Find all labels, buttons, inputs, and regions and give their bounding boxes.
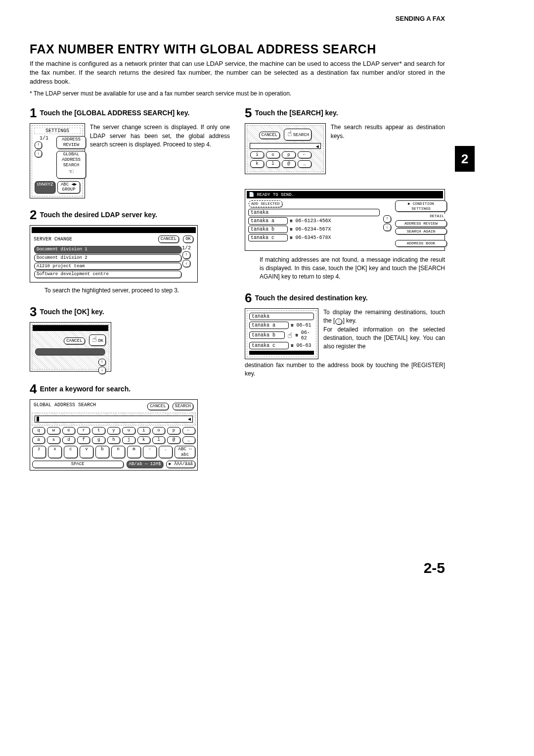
key-backspace[interactable]: ← [298,151,312,159]
key-o[interactable]: o [266,151,280,159]
key-underscore[interactable]: _ [182,436,195,444]
server-change-label: SERVER CHANGE [34,236,72,242]
add-selected-button[interactable]: ADD SELECTED [249,200,282,207]
tab-abc[interactable]: ABC ◀▶ GROUP [57,181,80,194]
cancel-button[interactable]: CANCEL [158,236,179,243]
key-m[interactable]: m [127,446,141,459]
cancel-button[interactable]: CANCEL [147,403,168,410]
key-p[interactable]: p [167,427,180,434]
result-phone-2: 06-6234-567X [295,227,331,232]
down-icon[interactable] [98,367,106,374]
key-o[interactable]: o [152,427,165,434]
phone-icon [291,323,294,328]
dest-name-3[interactable]: tanaka c [249,342,289,349]
condition-settings-button[interactable]: ▶ CONDITION SETTINGS [395,200,447,212]
search-again-button[interactable]: SEARCH AGAIN [395,228,447,235]
key-h[interactable]: h [107,436,120,444]
ok-button[interactable]: OK [183,236,193,243]
key-y[interactable]: y [107,427,120,434]
step-2: 2 Touch the desired LDAP server key. SER… [30,208,230,295]
server-item-2[interactable]: Document division 2 [34,254,181,262]
result-name-1[interactable]: tanaka a [248,217,288,225]
key-i[interactable]: i [137,427,150,434]
address-book-button[interactable]: ADDRESS BOOK [395,240,447,247]
step5-text: The search results appear as destination… [331,123,445,141]
result-phone-3: 06-6345-678X [295,235,331,240]
cancel-button[interactable]: CANCEL [259,132,280,139]
key-u[interactable]: u [122,427,135,434]
key-e[interactable]: e [62,427,75,434]
server-item-4[interactable]: Software development centre [34,271,181,278]
key-q[interactable]: q [32,427,45,434]
key-a[interactable]: a [32,436,45,444]
key-backspace[interactable]: ← [182,427,195,434]
key-f[interactable]: f [77,436,90,444]
step-number: 2 [30,208,37,221]
key-k[interactable]: k [250,160,264,168]
phone-icon [295,332,299,338]
key-mode-toggle[interactable]: AB/ab ↔ 12#$ [127,461,164,468]
key-t[interactable]: t [92,427,105,434]
key-l[interactable]: l [152,436,165,444]
key-c[interactable]: c [64,446,78,459]
key-p[interactable]: p [282,151,296,159]
dest-name-2[interactable]: tanaka b [249,331,285,339]
key-s[interactable]: s [47,436,60,444]
cancel-button[interactable]: CANCEL [64,337,85,345]
address-review-button[interactable]: ADDRESS REVIEW [56,136,86,149]
server-item-3[interactable]: A1210 project team [34,263,181,270]
server-item-1[interactable]: Document division 1 [34,246,181,253]
key-underscore[interactable]: _ [298,160,312,168]
step-title: Touch the desired LDAP server key. [40,208,157,219]
key-l[interactable]: l [266,160,280,168]
key-v[interactable]: v [80,446,93,459]
step2-text: To search the highlighted server, procee… [44,286,230,295]
key-b[interactable]: b [95,446,109,459]
down-icon[interactable] [383,224,391,231]
key-x[interactable]: x [48,446,62,459]
query-field: tanaka [249,313,314,320]
step6-text-right: To display the remaining destinations, t… [323,308,445,351]
dest-name-1[interactable]: tanaka a [249,322,289,329]
up-icon[interactable] [35,142,42,149]
scr-page: 1/1 [34,136,54,141]
key-accent-toggle[interactable]: ▶ ÃÄÂ/ãäâ [166,461,195,468]
key-r[interactable]: r [77,427,90,434]
down-icon[interactable] [182,260,190,267]
down-icon[interactable] [35,150,42,157]
key-at[interactable]: @ [167,436,180,444]
key-g[interactable]: g [92,436,105,444]
key-d[interactable]: d [62,436,75,444]
key-j[interactable]: j [122,436,135,444]
key-w[interactable]: w [47,427,60,434]
side-chapter-tab: 2 [455,146,475,172]
step3-screen: CANCEL ☝OK [30,322,111,372]
key-space[interactable]: SPACE [32,461,124,468]
key-case-toggle[interactable]: ABC ↔ abc [175,446,195,459]
result-name-3[interactable]: tanaka c [248,234,288,241]
key-i[interactable]: i [250,151,264,159]
search-button[interactable]: ☝SEARCH [284,129,312,140]
key-z[interactable]: z [32,446,46,459]
key-dash[interactable]: - [143,446,157,459]
key-at[interactable]: @ [282,160,296,168]
up-icon[interactable] [98,359,106,366]
global-address-search-button[interactable]: GLOBAL ADDRESS SEARCH ☜ [56,151,86,179]
result-name-2[interactable]: tanaka b [248,226,288,233]
step-number: 3 [30,305,37,318]
key-n[interactable]: n [111,446,125,459]
global-label: GLOBAL ADDRESS SEARCH [62,152,81,168]
up-icon[interactable] [182,251,190,259]
up-icon[interactable] [383,215,391,223]
tab-uvwxyz[interactable]: UVWXYZ [35,181,55,194]
key-dot[interactable]: . [159,446,173,459]
address-review-button[interactable]: ADDRESS REVIEW [395,220,447,227]
detail-button[interactable]: DETAIL [395,213,446,219]
search-button[interactable]: SEARCH [173,403,193,410]
phone-icon [291,343,294,348]
search-label: SEARCH [293,133,309,138]
key-k[interactable]: k [137,436,150,444]
ok-button[interactable]: ☝OK [89,334,106,346]
s6-text2-wrap: destination fax number to the address bo… [245,361,445,378]
backspace-icon[interactable]: ◀ [188,416,191,422]
